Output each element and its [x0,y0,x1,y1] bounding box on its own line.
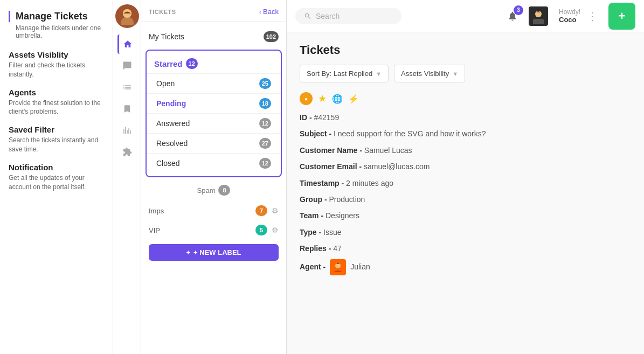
notification-badge: 3 [514,5,523,15]
sort-by-label: Sort By: Last Replied [307,70,372,78]
ticket-customer-email: Customer Email - samuel@lucas.com [300,161,631,172]
ticket-replies-value: 47 [333,244,342,253]
ticket-group-value: Production [329,195,365,204]
assets-chevron-icon: ▼ [452,71,458,77]
top-bar: Search 3 Howdy! Coco ⋮ + [287,0,644,32]
sub-item-resolved[interactable]: Resolved 27 [147,133,281,153]
closed-label: Closed [156,159,180,168]
ticket-customer-name: Customer Name - Samuel Lucas [300,144,631,156]
section-notification-title: Notification [9,163,104,172]
ticket-list-panel: TICKETS ‹ Back My Tickets 102 Starred 12… [141,0,287,354]
section-assets: Assets Visiblity Filter and check the ti… [9,50,104,79]
vip-gear-icon[interactable]: ⚙ [272,226,279,234]
user-avatar[interactable] [529,6,548,26]
main-content: Search 3 Howdy! Coco ⋮ + Tickets S [287,0,644,354]
sidebar-avatar[interactable] [115,4,139,28]
page-title: Tickets [300,43,631,57]
nav-icon-bookmark[interactable] [117,99,137,119]
priority-icon: ● [300,92,313,105]
main-subtitle: Manage the tickets under one umbrella. [9,24,104,39]
tickets-label: TICKETS [149,9,176,15]
label-imps[interactable]: Imps 7 ⚙ [141,201,286,220]
nav-icon-list[interactable] [117,78,137,97]
ticket-list-body: My Tickets 102 Starred 12 Open 25 Pendin… [141,22,286,354]
ticket-team: Team - Designers [300,210,631,221]
section-agents-desc: Provide the finest solution to the clien… [9,99,104,117]
starred-badge: 12 [186,58,198,69]
bolt-icon: ⚡ [348,94,359,104]
vip-label: VIP [149,226,160,234]
section-saved-filter-title: Saved Filter [9,125,104,134]
main-title: Manage Tickets [9,11,104,22]
notification-button[interactable]: 3 [503,6,522,26]
starred-label: Starred [154,59,183,68]
my-tickets-label: My Tickets [149,32,184,41]
section-agents: Agents Provide the finest solution to th… [9,88,104,117]
agent-name-value: Julian [350,261,370,273]
section-saved-filter-desc: Search the tickets instantly and save ti… [9,136,104,154]
search-placeholder: Search [316,12,340,20]
ticket-timestamp: Timestamp - 2 minutes ago [300,177,631,189]
answered-badge: 12 [259,118,271,129]
new-label-button[interactable]: + + NEW LABEL [149,244,279,261]
howdy-section: Howdy! Coco [559,8,580,24]
icon-sidebar [113,0,141,354]
ticket-type-value: Issue [323,228,341,237]
nav-icon-chat[interactable] [117,56,137,75]
ticket-timestamp-value: 2 minutes ago [346,179,393,188]
ticket-subject-value: I need support for the SVG and how it wo… [334,129,486,138]
nav-icon-home[interactable] [117,34,137,54]
howdy-text: Howdy! [559,8,580,16]
agent-avatar [330,259,346,275]
add-icon: + [619,9,626,23]
answered-label: Answered [156,119,190,128]
pending-badge: 18 [259,98,271,109]
main-title-block: Manage Tickets Manage the tickets under … [9,11,104,39]
add-button[interactable]: + [608,3,635,30]
pending-label: Pending [156,99,186,108]
sub-item-open[interactable]: Open 25 [147,73,281,93]
section-saved-filter: Saved Filter Search the tickets instantl… [9,125,104,154]
back-button[interactable]: ‹ Back [259,8,279,16]
globe-icon: 🌐 [332,94,343,104]
vip-badge: 5 [255,225,267,235]
new-label-text: + NEW LABEL [193,248,241,256]
resolved-badge: 27 [259,138,271,149]
open-label: Open [156,79,175,88]
my-tickets-badge: 102 [264,31,279,42]
section-agents-title: Agents [9,88,104,97]
ticket-replies: Replies - 47 [300,242,631,254]
spam-row[interactable]: Spam 8 [141,179,286,201]
resolved-label: Resolved [156,139,188,148]
ticket-id-value: #42159 [314,113,339,122]
assets-visibility-button[interactable]: Assets Visibility ▼ [394,65,465,82]
user-name: Coco [559,16,580,24]
nav-icon-chart[interactable] [117,121,137,140]
label-vip[interactable]: VIP 5 ⚙ [141,220,286,240]
starred-row[interactable]: Starred 12 [147,54,281,73]
filters-row: Sort By: Last Replied ▼ Assets Visibilit… [300,65,631,82]
section-notification-desc: Get all the updates of your account on t… [9,173,104,192]
new-label-plus: + [186,248,190,256]
ticket-agent: Agent - Julian [300,259,631,275]
spam-label: Spam [197,186,216,195]
imps-gear-icon[interactable]: ⚙ [272,206,279,215]
more-options-button[interactable]: ⋮ [587,10,598,23]
my-tickets-row[interactable]: My Tickets 102 [141,26,286,47]
imps-badge: 7 [255,205,267,216]
sub-item-pending[interactable]: Pending 18 [147,93,281,113]
ticket-team-value: Designers [326,211,359,220]
ticket-icons-row: ● ★ 🌐 ⚡ [300,92,631,105]
ticket-group: Group - Production [300,193,631,205]
ticket-id: ID - #42159 [300,112,631,123]
sub-item-closed[interactable]: Closed 12 [147,153,281,173]
svg-point-1 [121,17,134,25]
sort-by-button[interactable]: Sort By: Last Replied ▼ [300,65,389,82]
open-badge: 25 [259,78,271,89]
star-icon[interactable]: ★ [318,93,327,105]
search-box[interactable]: Search [295,8,401,24]
nav-icon-puzzle[interactable] [117,142,137,162]
sub-item-answered[interactable]: Answered 12 [147,113,281,133]
ticket-customer-email-value: samuel@lucas.com [364,162,430,171]
content-area: Tickets Sort By: Last Replied ▼ Assets V… [287,32,644,354]
